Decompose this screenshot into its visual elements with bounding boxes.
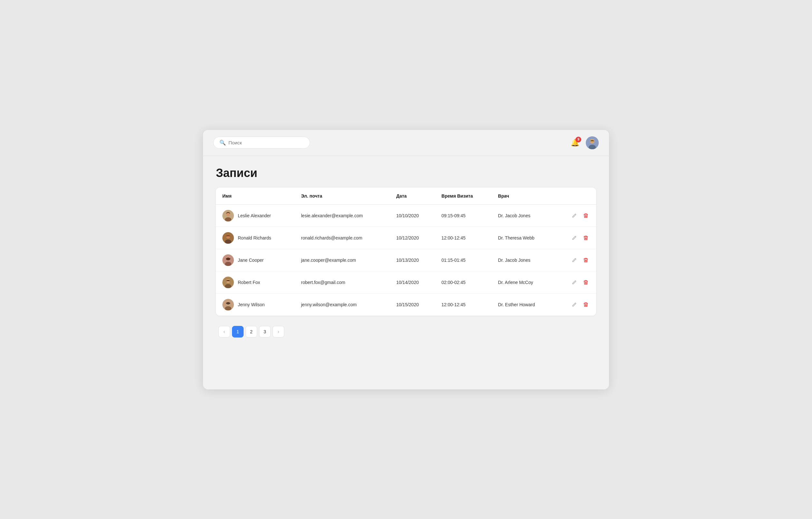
cell-email-2: ronald.richards@example.com [294, 227, 389, 249]
col-header-actions [555, 188, 596, 205]
table-row: Leslie Alexander lesie.alexander@example… [216, 204, 596, 227]
row-avatar-2 [222, 232, 234, 244]
col-header-name: Имя [216, 188, 294, 205]
delete-icon-4 [583, 280, 588, 285]
delete-button-4[interactable] [582, 278, 590, 286]
cell-email-1: lesie.alexander@example.com [294, 204, 389, 227]
delete-icon-5 [583, 302, 588, 307]
delete-button-5[interactable] [582, 301, 590, 308]
pagination-prev[interactable]: ‹ [219, 326, 230, 337]
cell-date-5: 10/15/2020 [390, 293, 435, 316]
cell-actions-2 [555, 227, 596, 249]
cell-doctor-3: Dr. Jacob Jones [492, 249, 555, 271]
cell-time-4: 02:00-02:45 [435, 271, 492, 293]
edit-button-4[interactable] [570, 278, 578, 286]
edit-button-1[interactable] [570, 212, 578, 220]
page-title: Записи [216, 166, 596, 180]
table-row: Jenny Wilson jenny.wilson@example.com 10… [216, 293, 596, 316]
cell-date-3: 10/13/2020 [390, 249, 435, 271]
delete-button-2[interactable] [582, 234, 590, 242]
cell-date-2: 10/12/2020 [390, 227, 435, 249]
cell-name-2: Ronald Richards [216, 227, 294, 249]
col-header-doctor: Врач [492, 188, 555, 205]
cell-date-4: 10/14/2020 [390, 271, 435, 293]
edit-icon-4 [572, 280, 577, 285]
cell-name-3: Jane Cooper [216, 249, 294, 271]
cell-email-3: jane.cooper@example.com [294, 249, 389, 271]
col-header-time: Время Визита [435, 188, 492, 205]
delete-icon-1 [583, 213, 588, 218]
edit-button-5[interactable] [570, 301, 578, 308]
table-header-row: Имя Эл. почта Дата Время Визита Врач [216, 188, 596, 205]
name-text-2: Ronald Richards [238, 235, 271, 241]
cell-email-5: jenny.wilson@example.com [294, 293, 389, 316]
table-row: Robert Fox robert.fox@gmail.com 10/14/20… [216, 271, 596, 293]
pagination-next[interactable]: › [272, 326, 284, 337]
table-row: Ronald Richards ronald.richards@example.… [216, 227, 596, 249]
main-content: Записи Имя Эл. почта Дата Время Визита В… [203, 156, 609, 389]
records-table: Имя Эл. почта Дата Время Визита Врач [216, 188, 596, 316]
cell-doctor-2: Dr. Theresa Webb [492, 227, 555, 249]
edit-button-2[interactable] [570, 234, 578, 242]
header-right: 🔔 9 [569, 136, 599, 149]
name-text-3: Jane Cooper [238, 257, 264, 263]
search-icon: 🔍 [220, 140, 226, 146]
cell-time-2: 12:00-12:45 [435, 227, 492, 249]
col-header-email: Эл. почта [294, 188, 389, 205]
pagination: ‹ 1 2 3 › [216, 326, 596, 340]
cell-time-3: 01:15-01:45 [435, 249, 492, 271]
cell-name-4: Robert Fox [216, 271, 294, 293]
col-header-date: Дата [390, 188, 435, 205]
cell-actions-4 [555, 271, 596, 293]
cell-doctor-1: Dr. Jacob Jones [492, 204, 555, 227]
edit-icon-2 [572, 235, 577, 241]
row-avatar-1 [222, 210, 234, 221]
delete-button-3[interactable] [582, 256, 590, 264]
search-bar: 🔍 [213, 137, 310, 148]
cell-actions-1 [555, 204, 596, 227]
notification-button[interactable]: 🔔 9 [569, 137, 581, 148]
row-avatar-3 [222, 254, 234, 266]
cell-date-1: 10/10/2020 [390, 204, 435, 227]
edit-icon-5 [572, 302, 577, 307]
cell-time-5: 12:00-12:45 [435, 293, 492, 316]
app-container: 🔍 🔔 9 Записи [203, 130, 609, 389]
cell-name-5: Jenny Wilson [216, 293, 294, 316]
row-avatar-5 [222, 299, 234, 310]
cell-email-4: robert.fox@gmail.com [294, 271, 389, 293]
cell-actions-3 [555, 249, 596, 271]
edit-button-3[interactable] [570, 256, 578, 264]
pagination-page-3[interactable]: 3 [259, 326, 271, 337]
cell-name-1: Leslie Alexander [216, 204, 294, 227]
delete-icon-2 [583, 235, 588, 241]
header: 🔍 🔔 9 [203, 130, 609, 156]
search-input[interactable] [228, 140, 304, 145]
name-text-1: Leslie Alexander [238, 213, 271, 218]
cell-doctor-4: Dr. Arlene McCoy [492, 271, 555, 293]
pagination-page-1[interactable]: 1 [232, 326, 243, 337]
name-text-5: Jenny Wilson [238, 302, 265, 307]
records-table-container: Имя Эл. почта Дата Время Визита Врач [216, 188, 596, 316]
pagination-page-2[interactable]: 2 [245, 326, 257, 337]
delete-icon-3 [583, 257, 588, 263]
table-row: Jane Cooper jane.cooper@example.com 10/1… [216, 249, 596, 271]
delete-button-1[interactable] [582, 212, 590, 220]
user-avatar[interactable] [586, 136, 599, 149]
edit-icon-3 [572, 257, 577, 263]
cell-actions-5 [555, 293, 596, 316]
name-text-4: Robert Fox [238, 280, 260, 285]
notification-badge: 9 [576, 137, 581, 142]
cell-doctor-5: Dr. Esther Howard [492, 293, 555, 316]
cell-time-1: 09:15-09:45 [435, 204, 492, 227]
row-avatar-4 [222, 277, 234, 288]
edit-icon-1 [572, 213, 577, 218]
